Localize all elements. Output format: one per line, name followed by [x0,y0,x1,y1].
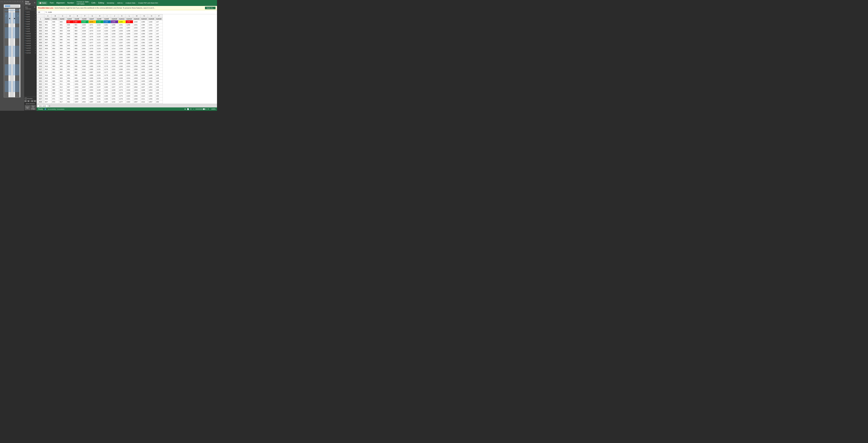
zoom-out-icon[interactable]: − [193,108,194,110]
table-cell[interactable]: 1257 [118,41,126,44]
table-cell[interactable]: 1344 [133,32,141,35]
table-cell[interactable]: 949 [66,62,74,65]
table-cell[interactable]: 907 [59,71,66,74]
nav-first-button[interactable]: ⏮ [24,100,27,102]
table-cell[interactable]: 938 [66,29,74,32]
table-cell[interactable]: 1255 [118,35,126,38]
table-cell[interactable]: 1135 [96,80,103,83]
table-cell[interactable]: 870 [52,94,59,97]
table-cell[interactable]: 1032 [81,41,89,44]
table-cell[interactable]: 1275 [118,94,126,97]
table-cell[interactable]: 867 [52,86,59,89]
table-cell[interactable]: 1161 [103,23,111,26]
table-cell[interactable]: 912 [59,86,66,89]
header-num1[interactable]: num1 [44,18,52,20]
table-cell[interactable]: 1163 [103,29,111,32]
table-cell[interactable]: 1409 [141,91,148,94]
table-cell[interactable]: 1296 [126,23,133,26]
table-cell[interactable]: 1127 [96,56,103,59]
table-cell[interactable]: 903 [59,59,66,62]
table-cell[interactable]: 1450 [148,80,155,83]
table-cell[interactable]: 1165 [103,35,111,38]
table-cell[interactable]: 1221 [111,68,118,71]
table-cell[interactable]: 1410 [141,94,148,97]
format-as-table-label[interactable]: Format as Table [76,1,89,3]
table-cell[interactable]: 1452 [148,86,155,89]
table-cell[interactable]: 1319 [126,91,133,94]
table-cell[interactable]: 1228 [111,89,118,91]
table-cell[interactable]: 148 [155,56,163,59]
table-cell[interactable]: 982 [74,26,81,29]
table-cell[interactable]: 1219 [111,62,118,65]
table-cell[interactable]: 1408 [141,89,148,91]
col-header-h[interactable]: H [96,14,103,18]
table-cell[interactable]: 1254 [118,32,126,35]
table-cell[interactable]: 1385 [141,20,148,23]
table-cell[interactable]: 1311 [126,68,133,71]
table-cell[interactable]: 851 [52,38,59,41]
nav-next-button[interactable]: ▶ [31,100,33,102]
table-cell[interactable]: 1128 [96,59,103,62]
table-cell[interactable]: 1090 [89,80,96,83]
table-cell[interactable]: 858 [52,59,59,62]
table-cell[interactable]: 1357 [133,71,141,74]
field-item-num16[interactable]: T num16 2 [24,47,36,49]
table-cell[interactable]: 850 [52,35,59,38]
table-cell[interactable]: 1025 [81,20,89,23]
table-cell[interactable]: 1096 [89,97,96,100]
table-cell[interactable]: 942 [66,41,74,44]
table-cell[interactable]: 855 [52,50,59,53]
table-cell[interactable]: 1312 [126,71,133,74]
col-header-g[interactable]: G [89,14,96,18]
table-cell[interactable]: 1267 [118,71,126,74]
col-header-l[interactable]: L [126,14,133,18]
table-cell[interactable]: 852 [52,41,59,44]
cell-styles-label[interactable]: Cell Styles [76,3,89,5]
table-cell[interactable]: 896 [59,38,66,41]
table-cell[interactable]: 898 [59,44,66,47]
table-cell[interactable]: 943 [66,44,74,47]
preview-checkbox[interactable]: ✓ [25,97,27,99]
table-cell[interactable]: 1321 [126,97,133,100]
table-cell[interactable]: 1138 [96,89,103,91]
table-cell[interactable]: 994 [74,62,81,65]
table-cell[interactable]: 1087 [89,71,96,74]
table-cell[interactable]: 1444 [148,62,155,65]
table-cell[interactable]: 1430 [148,20,155,23]
table-cell[interactable]: 1077 [89,41,96,44]
table-cell[interactable]: 1175 [103,65,111,68]
field-item-num4[interactable]: T num4 2 [24,18,36,20]
table-cell[interactable]: 1033 [81,44,89,47]
table-cell[interactable]: 955 [66,80,74,83]
table-cell[interactable]: 149 [155,89,163,91]
table-cell[interactable]: 856 [52,53,59,56]
table-cell[interactable]: 809 [44,47,52,50]
table-cell[interactable]: 936 [66,23,74,26]
header-num11[interactable]: num11 [118,18,126,20]
table-cell[interactable]: 1071 [89,23,96,26]
zoom-in-icon[interactable]: + [208,108,209,110]
table-cell[interactable]: 1140 [96,94,103,97]
table-cell[interactable]: 1432 [148,26,155,29]
table-cell[interactable]: 1346 [133,38,141,41]
table-cell[interactable]: 1345 [133,35,141,38]
table-cell[interactable]: 808 [44,44,52,47]
field-item-num1[interactable]: T num1 2 [24,11,36,13]
table-cell[interactable]: 1250 [118,20,126,23]
table-cell[interactable]: 941 [66,38,74,41]
table-cell[interactable]: 1308 [126,59,133,62]
table-cell[interactable]: 1186 [103,97,111,100]
field-item-num15[interactable]: T num15 2 [24,45,36,47]
table-cell[interactable]: 989 [74,47,81,50]
table-cell[interactable]: 827 [44,100,52,104]
table-cell[interactable]: 1433 [148,29,155,32]
table-cell[interactable]: 812 [44,56,52,59]
table-cell[interactable]: 1170 [103,50,111,53]
table-cell[interactable]: 820 [44,80,52,83]
table-cell[interactable]: 1251 [118,23,126,26]
table-cell[interactable]: 1091 [89,83,96,86]
table-cell[interactable]: 1448 [148,74,155,77]
table-cell[interactable]: 1365 [133,94,141,97]
table-cell[interactable]: 1051 [81,97,89,100]
table-cell[interactable]: 1166 [103,38,111,41]
